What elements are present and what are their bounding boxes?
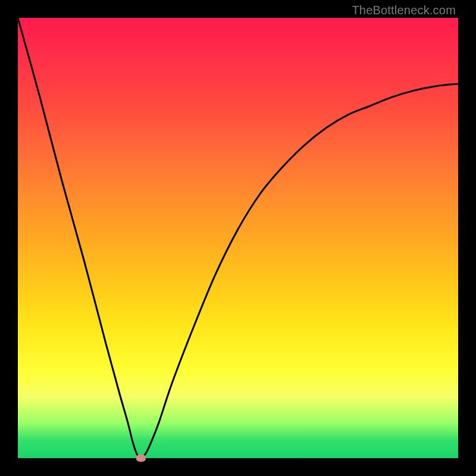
curve-svg: [18, 18, 458, 458]
optimal-point-marker: [136, 455, 146, 462]
bottleneck-curve: [18, 18, 458, 458]
watermark-text: TheBottleneck.com: [352, 4, 456, 17]
